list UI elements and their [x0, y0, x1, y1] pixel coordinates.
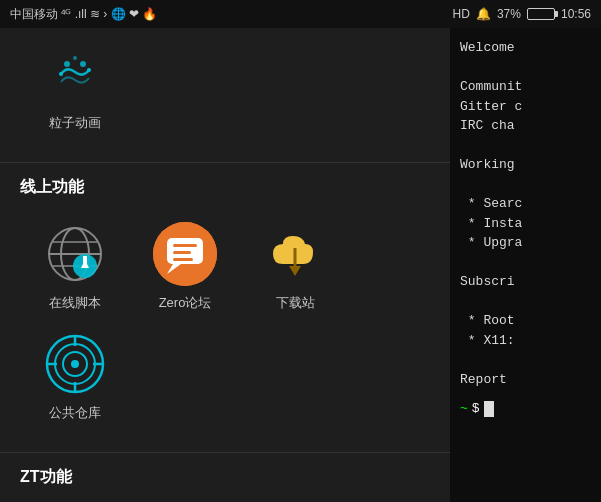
public-warehouse-label: 公共仓库: [49, 404, 101, 422]
app-item-public-warehouse[interactable]: 公共仓库: [20, 322, 130, 432]
terminal-line-blank6: [460, 350, 591, 370]
app-item-particle-animation[interactable]: 粒子动画: [20, 32, 130, 142]
online-script-icon: [43, 222, 107, 286]
svg-rect-16: [173, 244, 197, 247]
hd-badge: HD: [453, 7, 470, 21]
zero-forum-icon: [153, 222, 217, 286]
svg-point-0: [64, 61, 70, 67]
terminal-line-welcome: Welcome: [460, 38, 591, 58]
terminal-line-install: * Insta: [460, 214, 591, 234]
terminal-line-x11: * X11:: [460, 331, 591, 351]
app-item-online-script[interactable]: 在线脚本: [20, 212, 130, 322]
terminal-line-root: * Root: [460, 311, 591, 331]
terminal-line-blank2: [460, 136, 591, 156]
online-section: 线上功能: [0, 163, 450, 453]
zt-section: ZT功能: [0, 453, 450, 502]
cloud-svg: [263, 222, 327, 286]
svg-marker-20: [289, 266, 301, 276]
particle-animation-icon: [43, 42, 107, 106]
terminal-line-blank4: [460, 253, 591, 273]
zt-section-header: ZT功能: [0, 453, 450, 498]
particle-section: 粒子动画: [0, 28, 450, 163]
particle-svg: [47, 46, 103, 102]
app-item-download-station[interactable]: 下载站: [240, 212, 350, 322]
terminal-line-blank3: [460, 175, 591, 195]
prompt-dollar: $: [472, 399, 480, 419]
terminal-line-working: Working: [460, 155, 591, 175]
svg-point-1: [73, 56, 77, 60]
time: 10:56: [561, 7, 591, 21]
svg-point-2: [80, 61, 86, 67]
terminal-prompt: ~ $: [460, 399, 591, 419]
download-station-icon: [263, 222, 327, 286]
terminal-panel: Welcome Communit Gitter c IRC cha Workin…: [450, 28, 601, 502]
terminal-line-upgrade: * Upgra: [460, 233, 591, 253]
terminal-line-community: Communit: [460, 77, 591, 97]
notification-icon: 🔔: [476, 7, 491, 21]
globe-svg: [43, 222, 107, 286]
terminal-line-report: Report: [460, 370, 591, 390]
particle-app-grid: 粒子动画: [0, 28, 450, 146]
svg-rect-18: [173, 258, 193, 261]
zero-forum-label: Zero论坛: [159, 294, 212, 312]
terminal-line-search: * Searc: [460, 194, 591, 214]
battery-percent: 37%: [497, 7, 521, 21]
status-right: HD 🔔 37% 10:56: [453, 7, 591, 21]
svg-point-4: [87, 68, 91, 72]
carrier-signal: 中国移动 ⁴ᴳ .ıll ≋ › 🌐 ❤ 🔥: [10, 6, 157, 23]
cursor: [484, 401, 494, 417]
app-item-zero-forum[interactable]: Zero论坛: [130, 212, 240, 322]
svg-point-3: [59, 72, 63, 76]
svg-rect-12: [83, 256, 87, 264]
status-bar: 中国移动 ⁴ᴳ .ıll ≋ › 🌐 ❤ 🔥 HD 🔔 37% 10:56: [0, 0, 601, 28]
left-panel: 粒子动画 线上功能: [0, 28, 450, 502]
battery-icon: [527, 8, 555, 20]
terminal-line-subscribe: Subscri: [460, 272, 591, 292]
main-content: 粒子动画 线上功能: [0, 28, 601, 502]
warehouse-svg: [43, 332, 107, 396]
online-script-label: 在线脚本: [49, 294, 101, 312]
public-warehouse-icon: [43, 332, 107, 396]
prompt-tilde: ~: [460, 399, 468, 419]
terminal-line-gitter: Gitter c: [460, 97, 591, 117]
online-app-grid: 在线脚本: [0, 208, 450, 436]
terminal-line-blank1: [460, 58, 591, 78]
online-section-header: 线上功能: [0, 163, 450, 208]
terminal-line-irc: IRC cha: [460, 116, 591, 136]
particle-animation-label: 粒子动画: [49, 114, 101, 132]
svg-rect-17: [173, 251, 191, 254]
download-station-label: 下载站: [276, 294, 315, 312]
svg-point-24: [71, 360, 79, 368]
terminal-line-blank5: [460, 292, 591, 312]
zero-svg: [153, 222, 217, 286]
